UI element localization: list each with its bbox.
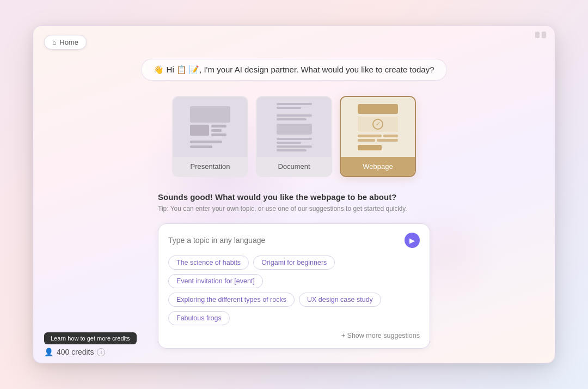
- presentation-label: Presentation: [173, 157, 247, 176]
- suggestion-rocks[interactable]: Exploring the different types of rocks: [168, 293, 295, 307]
- document-label: Document: [257, 157, 331, 176]
- type-cards-container: Presentation: [172, 96, 416, 177]
- webpage-preview: ✓: [341, 97, 415, 157]
- suggestions-grid: The science of habits Origami for beginn…: [168, 256, 420, 339]
- suggestions-row-2: Exploring the different types of rocks U…: [168, 293, 420, 325]
- type-card-document[interactable]: Document: [256, 96, 332, 177]
- greeting-bubble: 👋 Hi 📋 📝, I'm your AI design partner. Wh…: [141, 59, 446, 81]
- topic-input-row: ▶: [168, 233, 420, 248]
- greeting-text: 👋 Hi 📋 📝, I'm your AI design partner. Wh…: [154, 65, 434, 74]
- app-window: ⌂ Home 👋 Hi 📋 📝, I'm your AI design part…: [33, 26, 555, 363]
- question-title: Sounds good! What would you like the web…: [158, 192, 430, 202]
- main-content: 👋 Hi 📋 📝, I'm your AI design partner. Wh…: [33, 26, 555, 363]
- question-tip: Tip: You can enter your own topic, or us…: [158, 205, 430, 212]
- send-button[interactable]: ▶: [405, 233, 420, 248]
- type-card-presentation[interactable]: Presentation: [172, 96, 248, 177]
- webpage-label: Webpage: [341, 157, 415, 176]
- suggestions-row-1: The science of habits Origami for beginn…: [168, 256, 420, 288]
- suggestion-event[interactable]: Event invitation for [event]: [168, 274, 263, 288]
- question-section: Sounds good! What would you like the web…: [158, 192, 430, 212]
- suggestion-frogs[interactable]: Fabulous frogs: [168, 311, 230, 325]
- show-more-button[interactable]: + Show more suggestions: [168, 332, 420, 339]
- suggestion-ux[interactable]: UX design case study: [299, 293, 381, 307]
- send-icon: ▶: [409, 236, 415, 245]
- topic-input[interactable]: [168, 236, 405, 245]
- suggestion-habits[interactable]: The science of habits: [168, 256, 249, 270]
- presentation-preview: [173, 97, 247, 157]
- type-card-webpage[interactable]: ✓ Webpage: [340, 96, 416, 177]
- input-container: ▶ The science of habits Origami for begi…: [158, 223, 430, 349]
- check-icon: ✓: [372, 119, 383, 130]
- document-preview: [257, 97, 331, 157]
- suggestion-origami[interactable]: Origami for beginners: [253, 256, 335, 270]
